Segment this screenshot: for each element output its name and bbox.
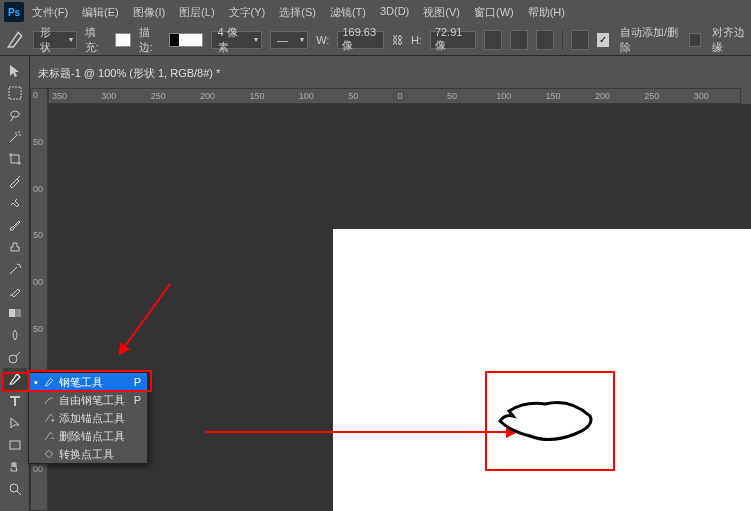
path-op-btn[interactable] <box>484 30 502 50</box>
history-brush-tool-icon[interactable] <box>3 258 27 280</box>
width-label: W: <box>316 34 329 46</box>
hand-tool-icon[interactable] <box>3 456 27 478</box>
type-tool-icon[interactable] <box>3 390 27 412</box>
fill-swatch[interactable] <box>115 33 131 47</box>
eraser-tool-icon[interactable] <box>3 280 27 302</box>
menu-item[interactable]: 文字(Y) <box>229 5 266 20</box>
crop-tool-icon[interactable] <box>3 148 27 170</box>
annotation-arrow-icon <box>115 279 175 359</box>
path-select-tool-icon[interactable] <box>3 412 27 434</box>
flyout-item-pen[interactable]: •钢笔工具P <box>29 373 147 391</box>
link-wh-icon[interactable]: ⛓ <box>392 34 403 46</box>
menu-item[interactable]: 图像(I) <box>133 5 165 20</box>
stroke-swatch[interactable] <box>169 33 203 47</box>
stroke-width-input[interactable]: 4 像素 <box>211 31 262 49</box>
move-tool-icon[interactable] <box>3 60 27 82</box>
stamp-tool-icon[interactable] <box>3 236 27 258</box>
zoom-tool-icon[interactable] <box>3 478 27 500</box>
menu-bar: 文件(F) 编辑(E) 图像(I) 图层(L) 文字(Y) 选择(S) 滤镜(T… <box>32 5 565 20</box>
align-edges-checkbox[interactable]: . <box>689 33 702 47</box>
heal-tool-icon[interactable] <box>3 192 27 214</box>
height-input[interactable]: 72.91 像 <box>430 31 476 49</box>
gradient-tool-icon[interactable] <box>3 302 27 324</box>
align-edges-label: 对齐边缘 <box>712 25 751 55</box>
annotation-result-box <box>485 371 615 471</box>
flyout-item-convert-point[interactable]: 转换点工具 <box>29 445 147 463</box>
rectangle-tool-icon[interactable] <box>3 434 27 456</box>
menu-item[interactable]: 视图(V) <box>423 5 460 20</box>
lasso-tool-icon[interactable] <box>3 104 27 126</box>
marquee-tool-icon[interactable] <box>3 82 27 104</box>
menu-item[interactable]: 滤镜(T) <box>330 5 366 20</box>
menu-item[interactable]: 文件(F) <box>32 5 68 20</box>
height-label: H: <box>411 34 422 46</box>
eyedropper-tool-icon[interactable] <box>3 170 27 192</box>
options-bar: 形状 填充: 描边: 4 像素 — W: 169.63 像 ⛓ H: 72.91… <box>0 24 751 56</box>
menu-item[interactable]: 3D(D) <box>380 5 409 20</box>
svg-rect-2 <box>9 309 15 317</box>
flyout-item-freeform-pen[interactable]: 自由钢笔工具P <box>29 391 147 409</box>
pen-tool-icon[interactable] <box>3 368 27 390</box>
ruler-horizontal: 35030025020015010050050100150200250300 <box>48 88 741 104</box>
svg-rect-0 <box>9 87 21 99</box>
flyout-item-delete-anchor[interactable]: 删除锚点工具 <box>29 427 147 445</box>
menu-item[interactable]: 窗口(W) <box>474 5 514 20</box>
pen-tool-flyout: •钢笔工具P 自由钢笔工具P 添加锚点工具 删除锚点工具 转换点工具 <box>28 372 148 464</box>
svg-point-5 <box>10 484 18 492</box>
document-tab[interactable]: 未标题-1 @ 100% (形状 1, RGB/8#) * <box>30 64 228 83</box>
svg-rect-4 <box>10 441 20 449</box>
app-logo: Ps <box>4 2 24 22</box>
menu-item[interactable]: 帮助(H) <box>528 5 565 20</box>
stroke-label: 描边: <box>139 25 161 55</box>
auto-add-checkbox[interactable]: ✓ <box>597 33 609 47</box>
ruler-tick: 350 <box>49 89 98 103</box>
gear-icon[interactable] <box>571 30 589 50</box>
flyout-item-add-anchor[interactable]: 添加锚点工具 <box>29 409 147 427</box>
workspace: 未标题-1 @ 100% (形状 1, RGB/8#) * 3503002502… <box>0 56 751 511</box>
pen-tool-icon[interactable] <box>6 29 25 51</box>
menu-item[interactable]: 选择(S) <box>279 5 316 20</box>
blur-tool-icon[interactable] <box>3 324 27 346</box>
auto-add-label: 自动添加/删除 <box>620 25 681 55</box>
menu-item[interactable]: 编辑(E) <box>82 5 119 20</box>
stroke-style-select[interactable]: — <box>270 31 308 49</box>
separator <box>562 30 563 50</box>
titlebar: Ps 文件(F) 编辑(E) 图像(I) 图层(L) 文字(Y) 选择(S) 滤… <box>0 0 751 24</box>
dodge-tool-icon[interactable] <box>3 346 27 368</box>
width-input[interactable]: 169.63 像 <box>337 31 383 49</box>
menu-item[interactable]: 图层(L) <box>179 5 214 20</box>
leaf-shape-icon <box>495 386 605 456</box>
annotation-arrow-icon <box>200 422 520 472</box>
shape-mode-select[interactable]: 形状 <box>33 31 76 49</box>
svg-line-6 <box>123 284 170 349</box>
brush-tool-icon[interactable] <box>3 214 27 236</box>
svg-point-3 <box>9 355 17 363</box>
fill-label: 填充: <box>85 25 107 55</box>
arrange-btn[interactable] <box>536 30 554 50</box>
toolbox <box>0 56 30 511</box>
wand-tool-icon[interactable] <box>3 126 27 148</box>
align-btn[interactable] <box>510 30 528 50</box>
